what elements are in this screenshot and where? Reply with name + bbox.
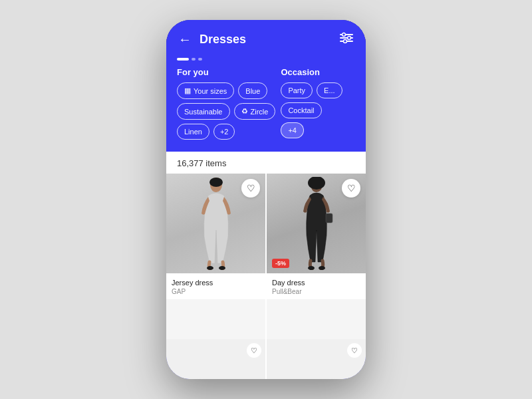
bottom-card-2: ♡ [267, 339, 366, 379]
product-name-2: Day dress [272, 279, 360, 287]
product-card-2: ♡ -5% Day dress Pull&Bear [267, 174, 366, 339]
wishlist-button-2[interactable]: ♡ [342, 179, 360, 198]
zircle-chip[interactable]: ♻ Zircle [234, 103, 276, 120]
wishlist-button-1[interactable]: ♡ [241, 179, 260, 198]
occasion-row-3: +4 [281, 122, 355, 138]
product-info-2: Day dress Pull&Bear [267, 273, 366, 299]
svg-point-11 [308, 177, 325, 190]
occasion-row-1: Party E... [281, 82, 355, 98]
svg-point-7 [209, 178, 223, 187]
for-you-row-3: Linen +2 [177, 124, 275, 140]
dot-active [177, 58, 189, 61]
more-1-chip[interactable]: +2 [213, 124, 235, 140]
more-2-chip[interactable]: +4 [281, 122, 304, 138]
filter-icon[interactable] [339, 32, 354, 47]
for-you-label: For you [177, 67, 275, 77]
bottom-card-1: ♡ [166, 339, 265, 379]
product-name-1: Jersey dress [172, 279, 260, 287]
page-title: Dresses [200, 33, 246, 47]
recycle-icon: ♻ [241, 107, 248, 116]
dot-inactive-2 [198, 58, 202, 61]
sustainable-label: Sustainable [184, 108, 223, 116]
svg-rect-12 [326, 213, 332, 223]
pagination-dots [177, 58, 355, 61]
product-brand-2: Pull&Bear [272, 288, 360, 295]
wishlist-button-3[interactable]: ♡ [247, 343, 261, 358]
party-label: Party [288, 86, 305, 94]
blue-chip[interactable]: Blue [238, 82, 267, 99]
cocktail-label: Cocktail [288, 106, 314, 114]
product-image-2: ♡ -5% [267, 174, 366, 273]
extra-chip[interactable]: E... [317, 82, 342, 98]
products-grid: ♡ Jersey dress GAP [166, 174, 366, 339]
wishlist-button-4[interactable]: ♡ [347, 343, 362, 358]
product-info-1: Jersey dress GAP [166, 273, 265, 299]
filter-columns: For you ▦ Your sizes Blue Sustainable [177, 67, 355, 144]
svg-point-9 [219, 266, 225, 270]
svg-point-8 [207, 266, 213, 270]
occasion-label: Occasion [281, 67, 355, 77]
your-sizes-label: Your sizes [194, 87, 227, 95]
sustainable-chip[interactable]: Sustainable [177, 103, 230, 120]
product-card-1: ♡ Jersey dress GAP [166, 174, 265, 339]
svg-point-3 [342, 33, 346, 37]
linen-chip[interactable]: Linen [177, 124, 209, 140]
product-brand-1: GAP [172, 288, 260, 295]
back-button[interactable]: ← [178, 32, 192, 47]
cocktail-chip[interactable]: Cocktail [281, 102, 321, 118]
occasion-row-2: Cocktail [281, 102, 355, 118]
bottom-row: ♡ ♡ [166, 339, 366, 379]
filter-section: For you ▦ Your sizes Blue Sustainable [166, 53, 366, 152]
items-count: 16,377 items [166, 152, 366, 174]
dot-inactive-1 [192, 58, 196, 61]
for-you-row-2: Sustainable ♻ Zircle [177, 103, 275, 120]
svg-point-14 [319, 266, 325, 270]
occasion-column: Occasion Party E... Cocktail [281, 67, 355, 144]
extra-label: E... [324, 86, 335, 94]
svg-point-5 [344, 40, 347, 43]
svg-point-13 [308, 266, 315, 270]
phone-frame: ← Dresses [166, 20, 366, 379]
for-you-row-1: ▦ Your sizes Blue [177, 82, 275, 99]
zircle-label: Zircle [251, 108, 269, 116]
product-image-1: ♡ [166, 174, 265, 273]
screen: ← Dresses [166, 20, 366, 379]
discount-badge-2: -5% [272, 259, 289, 268]
svg-point-4 [348, 37, 351, 40]
sizes-icon: ▦ [184, 86, 191, 95]
header: ← Dresses [166, 20, 366, 53]
linen-label: Linen [184, 128, 202, 136]
blue-label: Blue [245, 87, 260, 95]
header-left: ← Dresses [178, 32, 246, 47]
for-you-column: For you ▦ Your sizes Blue Sustainable [177, 67, 275, 144]
your-sizes-chip[interactable]: ▦ Your sizes [177, 82, 234, 99]
party-chip[interactable]: Party [281, 82, 313, 98]
